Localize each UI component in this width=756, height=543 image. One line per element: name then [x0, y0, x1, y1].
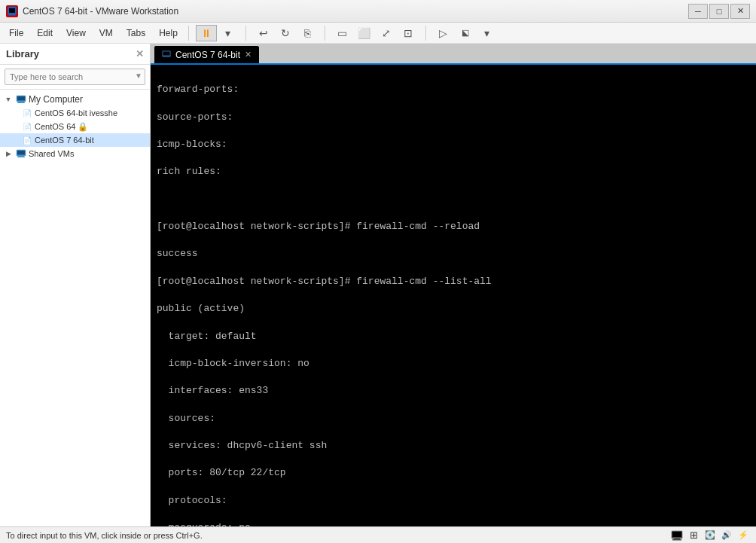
terminal-line: forward-ports:	[157, 83, 750, 96]
expand-icon-3	[14, 121, 20, 132]
menu-edit[interactable]: Edit	[31, 26, 59, 41]
sidebar-item-label-3: CentOS 7 64-bit	[35, 136, 94, 145]
expand-icon-2	[14, 108, 20, 118]
snapshot-button[interactable]: ⎘	[297, 25, 318, 41]
svg-rect-9	[18, 156, 24, 157]
vm-icon-2: 📄	[22, 121, 32, 132]
vm-icon-1: 📄	[22, 108, 32, 118]
sidebar-item-label-1: CentOS 64-bit ivesshe	[35, 108, 117, 117]
svg-rect-2	[8, 14, 16, 16]
view-toolbar: ▭ ⬜ ⤢ ⊡	[332, 25, 419, 41]
terminal-line: source-ports:	[157, 111, 750, 124]
maximize-button[interactable]: □	[709, 4, 729, 19]
status-icons: ⊞ 💽 🔊 ⚡	[670, 529, 750, 541]
content-area: CentOS 7 64-bit ✕ forward-ports: source-…	[151, 44, 756, 526]
menu-vm[interactable]: VM	[93, 26, 119, 41]
vm-toolbar: ↩ ↻ ⎘	[253, 25, 318, 41]
svg-rect-13	[163, 56, 169, 56]
pause-button[interactable]: ⏸	[196, 25, 217, 41]
shared-icon	[16, 148, 26, 159]
fit-button[interactable]: ⤢	[376, 25, 397, 41]
svg-rect-5	[18, 102, 24, 102]
svg-rect-17	[672, 539, 681, 541]
toolbar-separator-2	[245, 26, 246, 41]
title-bar: CentOS 7 64-bit - VMware Workstation ─ □…	[0, 0, 756, 23]
sidebar-item-centos64[interactable]: 📄 CentOS 64 🔒	[0, 120, 150, 133]
sidebar-close-icon[interactable]: ✕	[136, 48, 144, 59]
tab-centos7-64bit[interactable]: CentOS 7 64-bit ✕	[154, 45, 260, 63]
terminal-line: rich rules:	[157, 165, 750, 178]
sidebar-title: Library	[6, 48, 39, 59]
sidebar-item-centos64-ivesshe[interactable]: 📄 CentOS 64-bit ivesshe	[0, 106, 150, 120]
toolbar-separator-4	[425, 26, 426, 41]
svg-rect-12	[163, 51, 170, 55]
sidebar-item-my-computer[interactable]: ▼ My Computer	[0, 93, 150, 106]
terminal-line: [root@localhost network-scripts]# firewa…	[157, 220, 750, 233]
svg-rect-1	[9, 8, 15, 13]
menu-view[interactable]: View	[60, 26, 92, 41]
menu-file[interactable]: File	[3, 26, 29, 41]
toolbar-separator-3	[325, 26, 325, 41]
menu-help[interactable]: Help	[153, 26, 184, 41]
minimize-button[interactable]: ─	[688, 4, 708, 19]
computer-icon	[16, 94, 26, 105]
menu-tabs[interactable]: Tabs	[120, 26, 151, 41]
svg-rect-16	[674, 538, 680, 539]
terminal-line	[157, 193, 750, 206]
network-status-icon[interactable]: ⊞	[687, 529, 700, 541]
terminal-line: icmp-block-inversion: no	[157, 357, 750, 371]
hdd-status-icon[interactable]: 💽	[703, 529, 717, 541]
tab-label: CentOS 7 64-bit	[175, 50, 240, 60]
terminal-line: masquerade: no	[157, 521, 750, 526]
window-title: CentOS 7 64-bit - VMware Workstation	[23, 6, 684, 17]
expand-icon-5: ▶	[3, 148, 14, 159]
vm-icon-3: 📄	[22, 135, 32, 145]
terminal-line: public (active)	[157, 302, 750, 316]
tab-close-button[interactable]: ✕	[245, 50, 251, 59]
network-button[interactable]: ▷	[433, 25, 454, 41]
terminal-line: sources:	[157, 412, 750, 426]
vm-status-icon[interactable]	[670, 529, 684, 541]
sidebar-header: Library ✕	[0, 44, 150, 65]
sidebar-item-shared-vms[interactable]: ▶ Shared VMs	[0, 147, 150, 160]
fullscreen-button[interactable]: ▭	[332, 25, 353, 41]
svg-rect-8	[17, 151, 25, 155]
svg-rect-6	[17, 102, 25, 103]
usb-status-icon[interactable]: ⚡	[736, 529, 750, 541]
extra-button[interactable]: ⬕	[455, 25, 476, 41]
sidebar-my-computer-label: My Computer	[29, 94, 83, 105]
revert-button[interactable]: ↻	[275, 25, 296, 41]
terminal-line: target: default	[157, 330, 750, 343]
sidebar-tree: ▼ My Computer 📄 CentOS 64-bit ivesshe	[0, 90, 150, 526]
main-container: Library ✕ ▼ ▼ My Computer	[0, 44, 756, 526]
status-bar: To direct input to this VM, click inside…	[0, 526, 756, 543]
search-dropdown-icon[interactable]: ▼	[135, 72, 142, 80]
svg-rect-10	[17, 157, 25, 157]
terminal-line: icmp-blocks:	[157, 138, 750, 151]
search-input[interactable]	[5, 69, 145, 85]
audio-status-icon[interactable]: 🔊	[720, 529, 733, 541]
status-message: To direct input to this VM, click inside…	[6, 531, 203, 540]
terminal-line: [root@localhost network-scripts]# firewa…	[157, 275, 750, 288]
terminal[interactable]: forward-ports: source-ports: icmp-blocks…	[151, 65, 756, 526]
svg-rect-15	[672, 532, 681, 537]
close-button[interactable]: ✕	[730, 4, 750, 19]
network-toolbar: ▷ ⬕ ▾	[433, 25, 498, 41]
sidebar-item-label-2: CentOS 64 🔒	[35, 122, 88, 132]
terminal-line: success	[157, 247, 750, 261]
app-icon	[6, 5, 18, 17]
window-controls: ─ □ ✕	[688, 4, 750, 19]
send-ctrl-alt-del-button[interactable]: ↩	[253, 25, 274, 41]
unity-button[interactable]: ⬜	[354, 25, 375, 41]
pause-dropdown[interactable]: ▾	[218, 25, 239, 41]
sidebar-item-centos7-64bit[interactable]: 📄 CentOS 7 64-bit	[0, 133, 150, 147]
pause-group: ⏸ ▾	[196, 25, 239, 41]
sidebar-search-container: ▼	[0, 65, 150, 90]
terminal-line: services: dhcpv6-client ssh	[157, 439, 750, 453]
svg-rect-4	[17, 96, 25, 101]
toolbar-separator-1	[188, 26, 189, 41]
tab-bar: CentOS 7 64-bit ✕	[151, 44, 756, 65]
magnify-button[interactable]: ⊡	[398, 25, 419, 41]
extra-dropdown[interactable]: ▾	[477, 25, 498, 41]
terminal-line: protocols:	[157, 494, 750, 508]
